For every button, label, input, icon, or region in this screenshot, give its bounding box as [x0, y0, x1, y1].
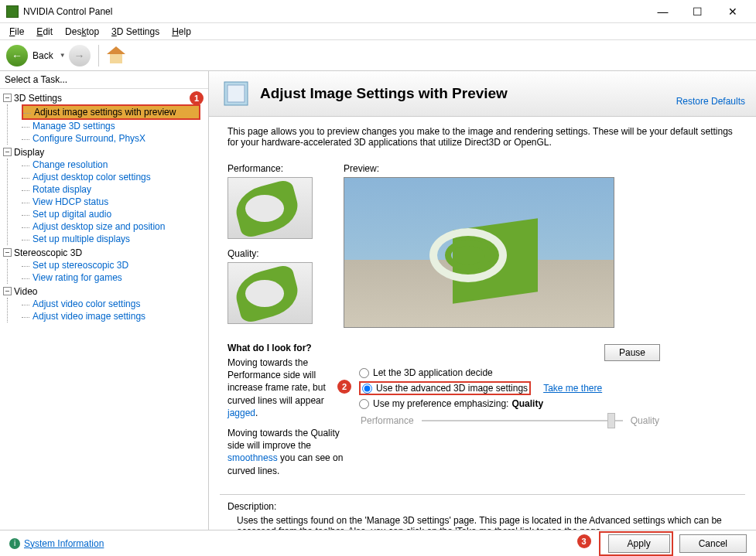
collapse-icon[interactable]: – — [3, 248, 12, 257]
page-title: Adjust Image Settings with Preview — [260, 85, 676, 102]
content-pane: Adjust Image Settings with Preview Resto… — [209, 71, 756, 530]
tree-item-setup-stereo[interactable]: Set up stereoscopic 3D — [22, 259, 208, 271]
radio-label-let-app: Let the 3D application decide — [373, 367, 493, 378]
radio-label-advanced: Use the advanced 3D image settings — [376, 383, 528, 394]
menu-file[interactable]: File — [3, 25, 30, 39]
window-title: NVIDIA Control Panel — [23, 6, 645, 17]
tree-item-change-resolution[interactable]: Change resolution — [22, 159, 208, 171]
preview-3d-viewport — [344, 177, 614, 328]
tree-item-rotate-display[interactable]: Rotate display — [22, 183, 208, 196]
apply-button[interactable]: Apply — [608, 534, 670, 553]
menu-edit[interactable]: Edit — [30, 25, 59, 39]
tree-item-adjust-image-settings[interactable]: Adjust image settings with preview — [22, 104, 200, 120]
tree-item-video-color[interactable]: Adjust video color settings — [22, 298, 208, 310]
collapse-icon[interactable]: – — [3, 287, 12, 295]
forward-button[interactable]: → — [69, 45, 91, 67]
annotation-badge-2: 2 — [337, 380, 351, 394]
tree-item-desktop-color[interactable]: Adjust desktop color settings — [22, 171, 208, 183]
quality-label: Quality: — [227, 248, 328, 259]
tree-item-multiple-displays[interactable]: Set up multiple displays — [22, 233, 208, 245]
description-text: Uses the settings found on the 'Manage 3… — [227, 515, 737, 530]
menu-help[interactable]: Help — [166, 25, 197, 39]
description-title: Description: — [227, 501, 737, 512]
tree-item-desktop-size[interactable]: Adjust desktop size and position — [22, 220, 208, 233]
radio-my-preference[interactable] — [359, 399, 369, 409]
system-information-link[interactable]: System Information — [24, 538, 104, 549]
slider-right-label: Quality — [631, 415, 659, 426]
page-header-icon — [220, 77, 252, 110]
task-tree: – 3D Settings 1 Adjust image settings wi… — [0, 89, 208, 327]
preference-value: Quality — [511, 398, 543, 409]
slider-left-label: Performance — [361, 415, 414, 426]
toolbar: ← Back ▼ → — [0, 40, 756, 71]
look-for-text-2: Moving towards the Quality side will imp… — [227, 427, 344, 477]
tree-item-hdcp-status[interactable]: View HDCP status — [22, 196, 208, 208]
tree-item-rating-games[interactable]: View rating for games — [22, 271, 208, 284]
tree-item-digital-audio[interactable]: Set up digital audio — [22, 208, 208, 220]
performance-preview-thumb — [227, 177, 313, 239]
restore-defaults-link[interactable]: Restore Defaults — [676, 96, 745, 107]
sidebar: Select a Task... – 3D Settings 1 Adjust … — [0, 71, 209, 530]
menu-3d-settings[interactable]: 3D Settings — [105, 25, 166, 39]
collapse-icon[interactable]: – — [3, 148, 12, 156]
svg-rect-1 — [227, 85, 245, 102]
back-dropdown-icon[interactable]: ▼ — [60, 52, 66, 59]
tree-group-3d-settings[interactable]: – 3D Settings 1 — [0, 92, 208, 104]
annotation-badge-3: 3 — [577, 534, 591, 548]
menu-desktop[interactable]: Desktop — [59, 25, 105, 39]
home-button[interactable] — [107, 46, 125, 65]
slider-thumb[interactable] — [607, 413, 615, 428]
toolbar-separator — [98, 45, 99, 67]
tree-item-manage-3d[interactable]: Manage 3D settings — [22, 120, 208, 132]
footer: i System Information 3 Apply Cancel — [0, 530, 756, 556]
back-button[interactable]: ← — [6, 45, 28, 67]
tree-group-video[interactable]: – Video — [0, 285, 208, 298]
radio-let-app-decide[interactable] — [359, 368, 369, 378]
titlebar: NVIDIA Control Panel — ☐ ✕ — [0, 0, 756, 23]
tree-item-video-image[interactable]: Adjust video image settings — [22, 310, 208, 322]
look-for-text-1: Moving towards the Performance side will… — [227, 356, 344, 419]
tree-item-configure-surround[interactable]: Configure Surround, PhysX — [22, 132, 208, 145]
cancel-button[interactable]: Cancel — [679, 534, 747, 553]
preview-label: Preview: — [344, 163, 737, 174]
app-icon — [6, 5, 19, 18]
page-header: Adjust Image Settings with Preview Resto… — [209, 71, 756, 117]
menubar: File Edit Desktop 3D Settings Help — [0, 23, 756, 40]
maximize-button[interactable]: ☐ — [680, 1, 715, 22]
page-intro: This page allows you to preview changes … — [209, 117, 756, 157]
sidebar-title: Select a Task... — [0, 71, 208, 89]
back-label: Back — [32, 50, 53, 61]
info-icon: i — [9, 538, 20, 549]
collapse-icon[interactable]: – — [3, 94, 12, 102]
annotation-badge-1: 1 — [190, 91, 204, 105]
take-me-there-link[interactable]: Take me there — [543, 383, 602, 394]
performance-label: Performance: — [227, 163, 328, 174]
pause-button[interactable]: Pause — [604, 344, 660, 361]
tree-group-stereoscopic[interactable]: – Stereoscopic 3D — [0, 247, 208, 259]
close-button[interactable]: ✕ — [715, 1, 750, 22]
radio-advanced-3d[interactable] — [362, 384, 372, 394]
quality-slider[interactable] — [422, 420, 623, 421]
minimize-button[interactable]: — — [645, 1, 680, 22]
smoothness-link[interactable]: smoothness — [227, 452, 278, 463]
look-for-title: What do I look for? — [227, 343, 344, 353]
tree-group-display[interactable]: – Display — [0, 146, 208, 159]
radio-label-preference: Use my preference emphasizing: — [373, 398, 508, 409]
quality-preview-thumb — [227, 262, 313, 324]
jagged-link[interactable]: jagged — [227, 408, 255, 418]
quality-slider-row: Performance Quality — [359, 411, 737, 431]
